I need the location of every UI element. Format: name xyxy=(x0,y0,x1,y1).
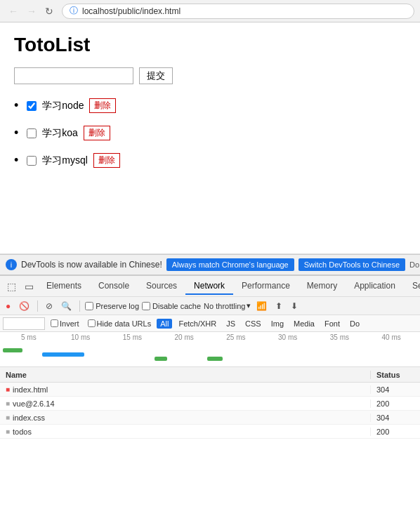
timeline-bar-3 xyxy=(155,357,167,361)
timeline-label-2: 15 ms xyxy=(107,333,159,341)
timeline-label-6: 35 ms xyxy=(314,333,366,341)
devtools-tabs-bar: ⬚ ▭ Elements Console Sources Network Per… xyxy=(0,276,420,297)
todo-label-3: 学习mysql xyxy=(42,154,88,167)
switch-to-chinese-button[interactable]: Switch DevTools to Chinese xyxy=(298,258,405,271)
delete-button-2[interactable]: 删除 xyxy=(84,126,110,140)
match-language-button[interactable]: Always match Chrome's language xyxy=(166,258,294,271)
devtools-device-icon[interactable]: ▭ xyxy=(20,278,38,295)
network-row-status-0: 304 xyxy=(371,385,420,394)
throttle-text: No throttling xyxy=(204,302,245,310)
preserve-log-checkbox[interactable] xyxy=(85,302,93,310)
todo-checkbox-1[interactable] xyxy=(27,101,37,111)
filter-img-button[interactable]: Img xyxy=(268,319,287,329)
tab-console[interactable]: Console xyxy=(90,278,138,295)
timeline-label-3: 20 ms xyxy=(158,333,210,341)
clear-button[interactable]: 🚫 xyxy=(16,300,32,312)
network-row-1[interactable]: ■ vue@2.6.14 200 xyxy=(0,397,420,411)
todo-label-1: 学习node xyxy=(42,100,84,112)
todo-item-3: 学习mysql 删除 xyxy=(14,153,406,168)
browser-chrome: ← → ↻ ⓘ localhost/public/index.html xyxy=(0,0,420,22)
page-title: TotoList xyxy=(14,34,406,56)
todo-input-row: 提交 xyxy=(14,67,406,84)
page-content: TotoList 提交 学习node 删除 学习koa 删除 学习mysql 删… xyxy=(0,22,420,254)
filter-js-button[interactable]: JS xyxy=(223,319,239,329)
devtools-inspect-icon[interactable]: ⬚ xyxy=(3,278,20,295)
toolbar-sep-1 xyxy=(37,300,38,312)
invert-label[interactable]: Invert xyxy=(48,319,82,329)
disable-cache-checkbox[interactable] xyxy=(142,302,150,310)
network-table-header: Name Status xyxy=(0,367,420,383)
address-text: localhost/public/index.html xyxy=(82,6,181,16)
filter-button[interactable]: ⊘ xyxy=(43,300,55,312)
address-bar[interactable]: ⓘ localhost/public/index.html xyxy=(62,4,414,19)
import-icon[interactable]: ⬆ xyxy=(273,300,285,312)
delete-button-1[interactable]: 删除 xyxy=(89,98,116,113)
reload-button[interactable]: ↻ xyxy=(42,4,56,18)
disable-cache-text: Disable cache xyxy=(152,302,201,310)
throttle-dropdown[interactable]: No throttling ▾ xyxy=(204,301,251,310)
devtools-notify-text: DevTools is now available in Chinese! xyxy=(21,260,162,270)
devtools-notification-bar: i DevTools is now available in Chinese! … xyxy=(0,254,420,275)
network-row-name-0: ■ index.html xyxy=(0,385,371,394)
tab-sources[interactable]: Sources xyxy=(138,278,185,295)
timeline-label-1: 10 ms xyxy=(55,333,107,341)
export-icon[interactable]: ⬇ xyxy=(288,300,301,312)
network-row-status-3: 200 xyxy=(371,428,420,436)
network-row-name-1: ■ vue@2.6.14 xyxy=(0,399,371,408)
network-row-status-2: 304 xyxy=(371,414,420,422)
devtools-panel: ⬚ ▭ Elements Console Sources Network Per… xyxy=(0,275,420,439)
submit-button[interactable]: 提交 xyxy=(139,67,173,84)
timeline-area: 5 ms 10 ms 15 ms 20 ms 25 ms 30 ms 35 ms… xyxy=(0,332,420,367)
timeline-label-7: 40 ms xyxy=(365,333,417,341)
back-button[interactable]: ← xyxy=(6,4,21,18)
todo-input[interactable] xyxy=(14,67,133,84)
file-icon-html-0: ■ xyxy=(6,385,10,393)
ssl-icon: ⓘ xyxy=(70,5,78,17)
tab-performance[interactable]: Performance xyxy=(233,278,298,295)
todo-checkbox-2[interactable] xyxy=(27,128,37,138)
network-row-name-2: ■ index.css xyxy=(0,414,371,422)
filter-media-button[interactable]: Media xyxy=(290,319,318,329)
tab-network[interactable]: Network xyxy=(185,278,233,295)
hide-data-urls-text: Hide data URLs xyxy=(97,319,152,328)
devtools-toolbar: ● 🚫 ⊘ 🔍 Preserve log Disable cache No th… xyxy=(0,297,420,315)
filter-doc-button[interactable]: Do xyxy=(346,319,363,329)
nav-buttons: ← → ↻ xyxy=(6,4,56,18)
dismiss-notification-button[interactable]: Don xyxy=(409,260,420,269)
filter-all-button[interactable]: All xyxy=(157,319,172,329)
search-button[interactable]: 🔍 xyxy=(58,300,74,312)
filter-input[interactable] xyxy=(3,317,45,330)
network-row-0[interactable]: ■ index.html 304 xyxy=(0,383,420,397)
filter-css-button[interactable]: CSS xyxy=(242,319,265,329)
invert-text: Invert xyxy=(60,319,79,328)
todo-checkbox-3[interactable] xyxy=(27,156,37,166)
preserve-log-text: Preserve log xyxy=(96,302,139,310)
todo-list: 学习node 删除 学习koa 删除 学习mysql 删除 xyxy=(14,98,406,168)
tab-security[interactable]: Sec xyxy=(404,278,420,295)
disable-cache-label: Disable cache xyxy=(142,302,201,310)
tab-memory[interactable]: Memory xyxy=(298,278,346,295)
preserve-log-label: Preserve log xyxy=(85,302,139,310)
tab-application[interactable]: Application xyxy=(346,278,404,295)
todo-item-2: 学习koa 删除 xyxy=(14,126,406,140)
filter-font-button[interactable]: Font xyxy=(321,319,343,329)
devtools-filter-row: Invert Hide data URLs All Fetch/XHR JS C… xyxy=(0,315,420,332)
network-row-3[interactable]: ■ todos 200 xyxy=(0,425,420,439)
todo-item-1: 学习node 删除 xyxy=(14,98,406,113)
filter-fetch-button[interactable]: Fetch/XHR xyxy=(175,319,220,329)
forward-button[interactable]: → xyxy=(24,4,39,18)
column-name-header: Name xyxy=(0,371,371,379)
invert-checkbox[interactable] xyxy=(51,319,58,327)
column-status-header: Status xyxy=(371,371,420,379)
record-button[interactable]: ● xyxy=(3,300,13,312)
hide-data-urls-checkbox[interactable] xyxy=(88,319,96,327)
hide-data-urls-label[interactable]: Hide data URLs xyxy=(85,319,155,329)
delete-button-3[interactable]: 删除 xyxy=(93,153,120,168)
file-icon-json-3: ■ xyxy=(6,428,10,435)
file-icon-js-1: ■ xyxy=(6,399,10,407)
timeline-label-5: 30 ms xyxy=(262,333,314,341)
network-row-2[interactable]: ■ index.css 304 xyxy=(0,411,420,425)
tab-elements[interactable]: Elements xyxy=(38,278,90,295)
wifi-icon[interactable]: 📶 xyxy=(254,300,270,312)
timeline-bar-2 xyxy=(42,352,84,357)
